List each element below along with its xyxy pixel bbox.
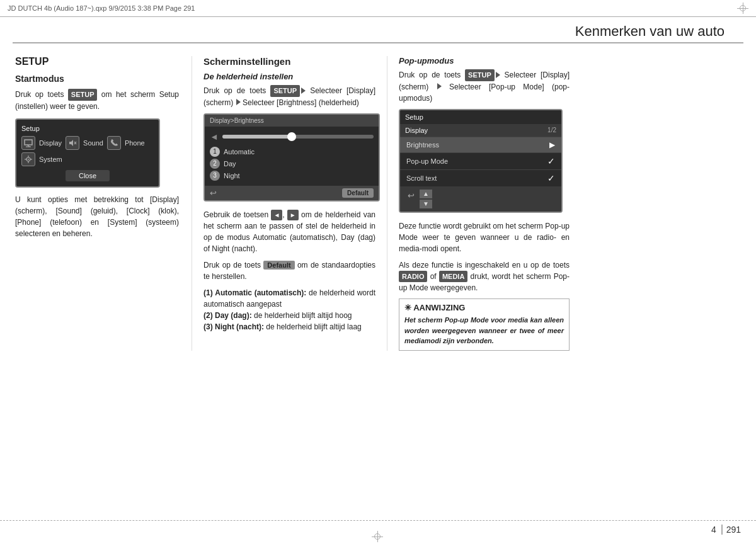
helderheid-para3: Druk op de toets Default om de standaard… [203, 259, 375, 282]
bs-footer: ↩ Default [205, 186, 379, 200]
screen-row-system: System [21, 152, 154, 166]
svg-point-7 [28, 159, 29, 160]
setup-arrow-right: SETUP [465, 69, 500, 81]
item3-desc: de helderheid blijft altijd laag [266, 322, 361, 331]
scroll-down-btn[interactable]: ▼ [420, 200, 432, 208]
slider-left-arrow[interactable]: ◄ [210, 132, 219, 142]
mid-column: Scherminstellingen De helderheid instell… [192, 56, 387, 351]
display-label: Display [39, 139, 62, 147]
arrow-right-icon2 [236, 99, 241, 105]
night-label: Night [224, 172, 240, 179]
scroll-row-label: Scroll text [406, 174, 437, 182]
helderheid-para1: Druk op de toets SETUP Selecteer [Displa… [203, 85, 375, 108]
item1-label: Automatic (automatisch): [215, 288, 306, 297]
footer-crosshair [372, 531, 383, 542]
scroll-up-btn[interactable]: ▲ [420, 190, 432, 198]
page-title-section: Kenmerken van uw auto [13, 17, 743, 43]
popup-para2: Deze functie wordt gebruikt om het scher… [399, 220, 570, 254]
slider-thumb [287, 132, 296, 141]
helderheid-title: De helderheid instellen [203, 72, 375, 81]
num-3: 3 [210, 171, 220, 181]
slider-track[interactable] [222, 135, 374, 139]
ps-page: 1/2 [547, 127, 556, 134]
main-content: SETUP Startmodus Druk op toets SETUP om … [0, 43, 756, 357]
setup-screen-mockup: Setup Display Sound Phone Syste [15, 118, 160, 188]
day-label: Day [224, 160, 236, 168]
ps-row-brightness: Brightness ▶ [400, 137, 561, 152]
scroll-check-icon: ✓ [547, 173, 555, 183]
ps-row-popup: Pop-up Mode ✓ [400, 152, 561, 169]
item2-desc: de helderheid blijft altijd hoog [254, 311, 352, 320]
system-label: System [39, 156, 62, 163]
item2-num: (2) [203, 311, 213, 320]
default-inline-badge: Default [263, 261, 294, 270]
ps-scroll-controls: ▲ ▼ [420, 190, 432, 208]
popup-row-label: Pop-up Mode [406, 157, 448, 165]
radio-badge: RADIO [399, 271, 427, 283]
option-day: 2 Day [210, 159, 374, 169]
page-number: 4 291 [711, 525, 741, 535]
back-icon[interactable]: ↩ [210, 188, 217, 198]
item-list: (1) Automatic (automatisch): de helderhe… [203, 287, 375, 332]
setup-badge-left: SETUP [68, 89, 98, 101]
startmodus-title: Startmodus [15, 74, 179, 84]
ps-row-scroll: Scroll text ✓ [400, 169, 561, 186]
setup-arrow-mid: SETUP [270, 85, 306, 97]
popup-title: Pop-upmodus [399, 56, 570, 65]
startmodus-para1: Druk op toets SETUP om het scherm Setup … [15, 89, 179, 112]
brightness-screen: Display>Brightness ◄ 1 Automatic 2 Day [203, 113, 380, 202]
ps-title: Setup [405, 113, 423, 121]
page-title: Kenmerken van uw auto [13, 23, 724, 40]
ps-footer: ↩ ▲ ▼ [400, 186, 561, 212]
header-text: JD DUTCH 4b (Audio 187~).qxp 9/9/2015 3:… [8, 4, 195, 12]
brightness-header: Display>Brightness [205, 115, 379, 127]
num-1: 1 [210, 147, 220, 157]
display-icon [21, 136, 35, 150]
sound-icon [66, 136, 79, 150]
popup-para3: Als deze functie is ingeschakeld en u op… [399, 259, 570, 294]
arrow-right-icon [301, 88, 306, 94]
screen-row-display: Display Sound Phone [21, 136, 154, 150]
item1-num: (1) [203, 288, 213, 297]
startmodus-para2: U kunt opties met betrekking tot [Displa… [15, 194, 179, 239]
system-icon [21, 152, 35, 166]
item3-num: (3) [203, 322, 213, 331]
aanwijzing-box: ✳ AANWIJZING Het scherm Pop-up Mode voor… [399, 298, 570, 351]
header-bar: JD DUTCH 4b (Audio 187~).qxp 9/9/2015 3:… [0, 0, 756, 17]
scherminstellingen-title: Scherminstellingen [203, 56, 375, 67]
right-arrow-btn[interactable]: ► [287, 210, 299, 220]
sound-label: Sound [83, 139, 103, 147]
left-arrow-btn[interactable]: ◄ [271, 210, 282, 220]
arrow-right-icon4 [437, 83, 442, 89]
item3-label: Night (nacht): [215, 322, 264, 331]
arrow-right-icon3 [496, 72, 500, 78]
bs-options: 1 Automatic 2 Day 3 Night [205, 147, 379, 186]
brightness-arrow-icon: ▶ [549, 140, 555, 149]
phone-icon [107, 136, 121, 150]
aanwijzing-text: Het scherm Pop-up Mode voor media kan al… [404, 315, 564, 346]
ps-display-header: Display 1/2 [400, 124, 561, 137]
num-2: 2 [210, 159, 220, 169]
slider-row: ◄ [205, 127, 379, 147]
crosshair-icon [737, 3, 748, 14]
setup-section-title: SETUP [15, 56, 179, 67]
ps-back-icon[interactable]: ↩ [405, 190, 417, 208]
option-automatic: 1 Automatic [210, 147, 374, 157]
default-badge[interactable]: Default [342, 188, 374, 198]
aanwijzing-title: ✳ AANWIJZING [404, 303, 564, 312]
svg-marker-3 [69, 140, 73, 146]
svg-rect-0 [25, 140, 32, 145]
helderheid-para2: Gebruik de toetsen ◄, ► om de helderheid… [203, 209, 375, 254]
brightness-row-label: Brightness [406, 141, 439, 149]
page-sub: 291 [721, 525, 741, 535]
ps-header: Setup [400, 110, 561, 124]
option-night: 3 Night [210, 171, 374, 181]
popup-check-icon: ✓ [547, 156, 555, 166]
phone-label: Phone [125, 139, 145, 147]
popup-screen: Setup Display 1/2 Brightness ▶ Pop-up Mo… [399, 109, 563, 213]
media-badge: MEDIA [439, 271, 467, 283]
automatic-label: Automatic [224, 148, 255, 156]
screen-title: Setup [21, 125, 154, 132]
close-button[interactable]: Close [66, 170, 110, 181]
slider-fill [222, 135, 290, 139]
